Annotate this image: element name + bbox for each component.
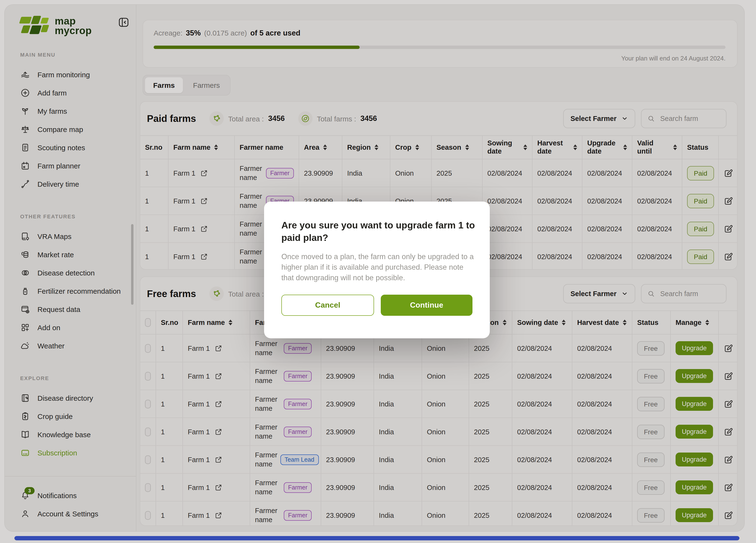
upgrade-confirm-dialog: Are you sure you want to upgrade farm 1 … (264, 202, 490, 338)
cancel-button[interactable]: Cancel (281, 294, 374, 315)
screen: map mycrop MAIN MENUFarm monitoringAdd f… (0, 0, 756, 543)
dialog-title: Are you sure you want to upgrade farm 1 … (281, 219, 477, 244)
dialog-body-text: Once moved to a plan, the farm can only … (281, 251, 477, 283)
continue-button[interactable]: Continue (381, 294, 472, 315)
